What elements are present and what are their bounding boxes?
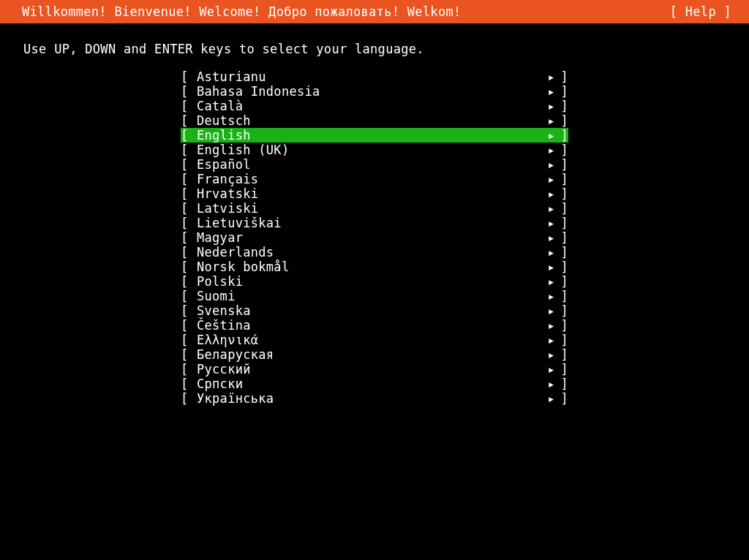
- bracket-close: ]: [555, 157, 568, 172]
- language-item[interactable]: [ Español▸ ]: [181, 157, 568, 172]
- bracket-open: [: [181, 143, 197, 157]
- language-item[interactable]: [ Català▸ ]: [181, 99, 568, 113]
- language-item[interactable]: [ Lietuviškai▸ ]: [181, 216, 568, 230]
- bracket-close: ]: [555, 333, 568, 347]
- language-label: Српски: [197, 377, 541, 391]
- chevron-right-icon: ▸: [541, 333, 555, 347]
- bracket-open: [: [181, 274, 197, 289]
- bracket-open: [: [181, 318, 197, 333]
- bracket-close: ]: [555, 128, 568, 143]
- bracket-close: ]: [555, 99, 568, 113]
- language-item[interactable]: [ Magyar▸ ]: [181, 230, 568, 245]
- chevron-right-icon: ▸: [541, 260, 555, 274]
- bracket-close: ]: [555, 69, 568, 84]
- chevron-right-icon: ▸: [541, 84, 555, 99]
- bracket-open: [: [181, 289, 197, 303]
- language-label: English: [197, 128, 541, 143]
- bracket-close: ]: [555, 303, 568, 318]
- bracket-close: ]: [555, 362, 568, 377]
- language-item[interactable]: [ Ελληνικά▸ ]: [181, 333, 568, 347]
- language-label: Svenska: [197, 303, 541, 318]
- language-item[interactable]: [ Suomi▸ ]: [181, 289, 568, 303]
- chevron-right-icon: ▸: [541, 172, 555, 186]
- bracket-close: ]: [555, 84, 568, 99]
- language-label: Deutsch: [197, 113, 541, 128]
- language-label: Lietuviškai: [197, 216, 541, 230]
- chevron-right-icon: ▸: [541, 69, 555, 84]
- bracket-close: ]: [555, 260, 568, 274]
- chevron-right-icon: ▸: [541, 113, 555, 128]
- language-label: Ελληνικά: [197, 333, 541, 347]
- chevron-right-icon: ▸: [541, 128, 555, 143]
- bracket-close: ]: [555, 391, 568, 406]
- help-button[interactable]: [ Help ]: [670, 4, 734, 19]
- bracket-open: [: [181, 84, 197, 99]
- language-item[interactable]: [ Русский▸ ]: [181, 362, 568, 377]
- bracket-open: [: [181, 99, 197, 113]
- language-item[interactable]: [ Čeština▸ ]: [181, 318, 568, 333]
- language-item[interactable]: [ English▸ ]: [181, 128, 568, 143]
- chevron-right-icon: ▸: [541, 303, 555, 318]
- bracket-close: ]: [555, 172, 568, 186]
- language-label: Hrvatski: [197, 186, 541, 201]
- language-item[interactable]: [ English (UK)▸ ]: [181, 143, 568, 157]
- chevron-right-icon: ▸: [541, 186, 555, 201]
- language-label: Català: [197, 99, 541, 113]
- language-item[interactable]: [ Asturianu▸ ]: [181, 69, 568, 84]
- chevron-right-icon: ▸: [541, 143, 555, 157]
- bracket-close: ]: [555, 143, 568, 157]
- language-item[interactable]: [ Français▸ ]: [181, 172, 568, 186]
- language-item[interactable]: [ Bahasa Indonesia▸ ]: [181, 84, 568, 99]
- bracket-open: [: [181, 157, 197, 172]
- chevron-right-icon: ▸: [541, 391, 555, 406]
- language-label: Bahasa Indonesia: [197, 84, 541, 99]
- bracket-close: ]: [555, 274, 568, 289]
- language-item[interactable]: [ Nederlands▸ ]: [181, 245, 568, 260]
- bracket-close: ]: [555, 245, 568, 260]
- language-label: Nederlands: [197, 245, 541, 260]
- language-label: Беларуская: [197, 347, 541, 362]
- bracket-close: ]: [555, 318, 568, 333]
- bracket-open: [: [181, 216, 197, 230]
- language-item[interactable]: [ Hrvatski▸ ]: [181, 186, 568, 201]
- bracket-open: [: [181, 69, 197, 84]
- chevron-right-icon: ▸: [541, 347, 555, 362]
- language-item[interactable]: [ Norsk bokmål▸ ]: [181, 260, 568, 274]
- chevron-right-icon: ▸: [541, 362, 555, 377]
- bracket-open: [: [181, 260, 197, 274]
- language-item[interactable]: [ Latviski▸ ]: [181, 201, 568, 216]
- bracket-open: [: [181, 391, 197, 406]
- chevron-right-icon: ▸: [541, 377, 555, 391]
- language-label: Magyar: [197, 230, 541, 245]
- bracket-open: [: [181, 377, 197, 391]
- chevron-right-icon: ▸: [541, 230, 555, 245]
- bracket-open: [: [181, 347, 197, 362]
- language-label: English (UK): [197, 143, 541, 157]
- language-label: Русский: [197, 362, 541, 377]
- language-label: Español: [197, 157, 541, 172]
- chevron-right-icon: ▸: [541, 245, 555, 260]
- bracket-close: ]: [555, 216, 568, 230]
- chevron-right-icon: ▸: [541, 201, 555, 216]
- bracket-open: [: [181, 362, 197, 377]
- language-label: Suomi: [197, 289, 541, 303]
- bracket-open: [: [181, 201, 197, 216]
- instruction-text: Use UP, DOWN and ENTER keys to select yo…: [0, 23, 749, 69]
- language-item[interactable]: [ Українська▸ ]: [181, 391, 568, 406]
- language-item[interactable]: [ Српски▸ ]: [181, 377, 568, 391]
- bracket-close: ]: [555, 377, 568, 391]
- chevron-right-icon: ▸: [541, 274, 555, 289]
- language-item[interactable]: [ Deutsch▸ ]: [181, 113, 568, 128]
- language-item[interactable]: [ Беларуская▸ ]: [181, 347, 568, 362]
- chevron-right-icon: ▸: [541, 318, 555, 333]
- language-list: [ Asturianu▸ ][ Bahasa Indonesia▸ ][ Cat…: [0, 69, 749, 406]
- bracket-close: ]: [555, 113, 568, 128]
- bracket-open: [: [181, 172, 197, 186]
- language-label: Français: [197, 172, 541, 186]
- bracket-open: [: [181, 128, 197, 143]
- language-item[interactable]: [ Svenska▸ ]: [181, 303, 568, 318]
- language-label: Українська: [197, 391, 541, 406]
- language-item[interactable]: [ Polski▸ ]: [181, 274, 568, 289]
- language-label: Norsk bokmål: [197, 260, 541, 274]
- bracket-open: [: [181, 333, 197, 347]
